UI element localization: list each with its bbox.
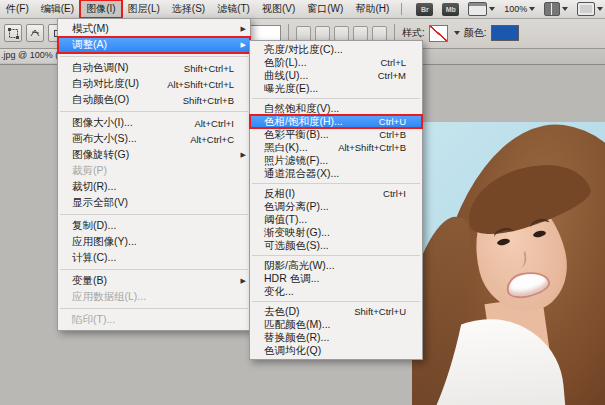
- style-dropdown-icon[interactable]: [454, 31, 460, 35]
- menu-item[interactable]: 匹配颜色(M)...: [250, 318, 422, 331]
- menu-item[interactable]: 裁切(R)...: [58, 179, 250, 195]
- menu-item[interactable]: 亮度/对比度(C)...: [250, 43, 422, 56]
- menu-item-label: 替换颜色(R)...: [264, 331, 329, 345]
- menu-item-label: 色调分离(P)...: [264, 200, 329, 214]
- menu-item-shortcut: Ctrl+U: [379, 116, 410, 127]
- menu-item[interactable]: 色调分离(P)...: [250, 200, 422, 213]
- menu-item-shortcut: Shift+Ctrl+L: [184, 63, 238, 74]
- chevron-down-icon: [597, 7, 603, 11]
- zoom-level-control[interactable]: 100%: [504, 4, 535, 14]
- menu-item-label: 图像旋转(G): [72, 148, 129, 162]
- menu-item[interactable]: 图像大小(I)...Alt+Ctrl+I: [58, 115, 250, 131]
- menubar-item[interactable]: 件(F): [0, 0, 35, 18]
- menu-item[interactable]: 变量(B)▶: [58, 273, 250, 289]
- shape-combine-icon[interactable]: [296, 26, 311, 41]
- photo-document[interactable]: [412, 122, 605, 405]
- menu-item-shortcut: Ctrl+L: [380, 57, 410, 68]
- menu-item-shortcut: Alt+Ctrl+I: [194, 118, 238, 129]
- x-value-input[interactable]: [249, 25, 281, 42]
- menu-item[interactable]: 自动对比度(U)Alt+Shift+Ctrl+L: [58, 76, 250, 92]
- menu-separator: [60, 56, 248, 57]
- menu-item[interactable]: 阴影/高光(W)...: [250, 259, 422, 272]
- menu-separator: [252, 301, 420, 302]
- menu-item[interactable]: 图像旋转(G)▶: [58, 147, 250, 163]
- menu-item-label: 色阶(L)...: [264, 56, 307, 70]
- menu-item[interactable]: 自动颜色(O)Shift+Ctrl+B: [58, 92, 250, 108]
- menu-separator: [60, 111, 248, 112]
- menu-item-label: 应用数据组(L)...: [72, 290, 146, 304]
- chevron-down-icon: [529, 7, 535, 11]
- menu-item[interactable]: HDR 色调...: [250, 272, 422, 285]
- fill-color-swatch[interactable]: [491, 25, 519, 41]
- menu-item[interactable]: 显示全部(V): [58, 195, 250, 211]
- menu-item[interactable]: 通道混合器(X)...: [250, 167, 422, 180]
- menu-item[interactable]: 应用图像(Y)...: [58, 234, 250, 250]
- menu-item[interactable]: 计算(C)...: [58, 250, 250, 266]
- submenu-arrow-icon: ▶: [238, 41, 246, 49]
- menu-item[interactable]: 调整(A)▶: [58, 37, 250, 53]
- adjustments-submenu: 亮度/对比度(C)...色阶(L)...Ctrl+L曲线(U)...Ctrl+M…: [249, 40, 423, 360]
- menu-item-label: 裁剪(P): [72, 164, 107, 178]
- submenu-arrow-icon: ▶: [238, 25, 246, 33]
- mini-bridge-icon[interactable]: Mb: [442, 3, 459, 16]
- shape-link-icon[interactable]: [372, 26, 387, 41]
- menubar-item[interactable]: 滤镜(T): [211, 0, 256, 18]
- menubar-item[interactable]: 选择(S): [166, 0, 211, 18]
- menu-item[interactable]: 色调均化(Q): [250, 344, 422, 357]
- menu-item[interactable]: 可选颜色(S)...: [250, 239, 422, 252]
- menu-item-label: 亮度/对比度(C)...: [264, 43, 343, 57]
- style-none-swatch[interactable]: [429, 25, 448, 42]
- menu-item[interactable]: 去色(D)Shift+Ctrl+U: [250, 305, 422, 318]
- menu-item[interactable]: 画布大小(S)...Alt+Ctrl+C: [58, 131, 250, 147]
- shape-intersect-icon[interactable]: [334, 26, 349, 41]
- menu-item-label: 模式(M): [72, 22, 109, 36]
- menu-item-label: 自动颜色(O): [72, 93, 129, 107]
- menubar-item[interactable]: 帮助(H): [349, 0, 395, 18]
- arrange-documents-control[interactable]: [544, 2, 568, 16]
- menubar-item[interactable]: 图像(I): [80, 0, 121, 18]
- screen-mode-control[interactable]: [577, 2, 603, 16]
- menu-item[interactable]: 变化...: [250, 285, 422, 298]
- menu-item[interactable]: 自动色调(N)Shift+Ctrl+L: [58, 60, 250, 76]
- menu-item-label: 计算(C)...: [72, 251, 116, 265]
- menu-item[interactable]: 复制(D)...: [58, 218, 250, 234]
- menu-item[interactable]: 反相(I)Ctrl+I: [250, 187, 422, 200]
- menu-item-shortcut: Alt+Shift+Ctrl+B: [338, 142, 410, 153]
- menu-item[interactable]: 色阶(L)...Ctrl+L: [250, 56, 422, 69]
- menu-item-label: 显示全部(V): [72, 196, 128, 210]
- submenu-arrow-icon: ▶: [238, 277, 246, 285]
- screen-mode-icon: [577, 2, 595, 16]
- transform-controls-icon[interactable]: [4, 24, 22, 42]
- menu-item[interactable]: 照片滤镜(F)...: [250, 154, 422, 167]
- bridge-icon[interactable]: Br: [416, 3, 433, 16]
- menu-item[interactable]: 色彩平衡(B)...Ctrl+B: [250, 128, 422, 141]
- path-operations-icon[interactable]: [26, 24, 44, 42]
- menu-item-label: 色彩平衡(B)...: [264, 128, 329, 142]
- menu-item: 应用数据组(L)...: [58, 289, 250, 305]
- menu-item[interactable]: 色相/饱和度(H)...Ctrl+U: [250, 115, 422, 128]
- menu-item-label: 应用图像(Y)...: [72, 235, 137, 249]
- menubar-item[interactable]: 编辑(E): [35, 0, 80, 18]
- menu-item[interactable]: 黑白(K)...Alt+Shift+Ctrl+B: [250, 141, 422, 154]
- menu-item[interactable]: 曲线(U)...Ctrl+M: [250, 69, 422, 82]
- menu-item[interactable]: 曝光度(E)...: [250, 82, 422, 95]
- menu-item[interactable]: 模式(M)▶: [58, 21, 250, 37]
- menu-item[interactable]: 渐变映射(G)...: [250, 226, 422, 239]
- menu-item-label: 曲线(U)...: [264, 69, 308, 83]
- shape-subtract-icon[interactable]: [315, 26, 330, 41]
- view-extras-control[interactable]: [468, 2, 495, 16]
- menu-item-label: 调整(A): [72, 38, 107, 52]
- menu-item[interactable]: 自然饱和度(V)...: [250, 102, 422, 115]
- shape-exclude-icon[interactable]: [353, 26, 368, 41]
- menu-item[interactable]: 阈值(T)...: [250, 213, 422, 226]
- menu-item-label: 图像大小(I)...: [72, 116, 133, 130]
- chevron-down-icon: [489, 7, 495, 11]
- menu-item-label: 阴影/高光(W)...: [264, 259, 335, 273]
- zoom-level-value: 100%: [504, 4, 527, 14]
- menubar-item[interactable]: 视图(V): [256, 0, 301, 18]
- menubar-item[interactable]: 窗口(W): [301, 0, 349, 18]
- menu-item-label: 变量(B): [72, 274, 107, 288]
- menubar-item[interactable]: 图层(L): [122, 0, 166, 18]
- menu-separator: [60, 269, 248, 270]
- menu-item[interactable]: 替换颜色(R)...: [250, 331, 422, 344]
